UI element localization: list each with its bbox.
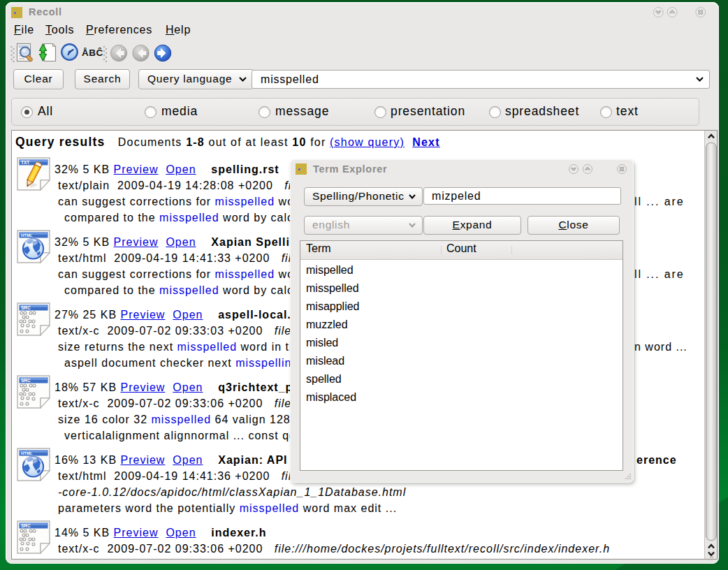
svg-text:ÅBĈ: ÅBĈ (82, 48, 103, 58)
